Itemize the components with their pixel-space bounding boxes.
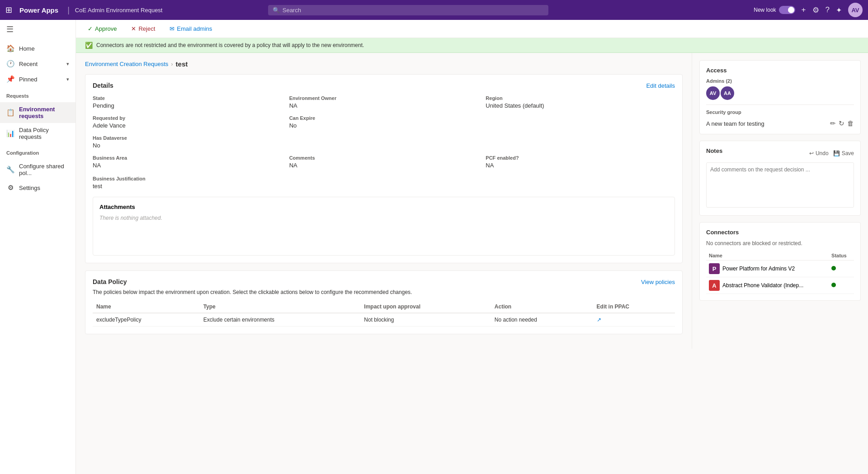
policy-col-edit: Edit in PPAC <box>593 301 675 313</box>
pcf-enabled-label: PCF enabled? <box>486 155 675 161</box>
sidebar-label-home: Home <box>19 45 35 52</box>
data-policy-card: Data Policy View policies The policies b… <box>85 270 683 334</box>
requests-section-header: Requests <box>0 89 75 100</box>
state-value: Pending <box>93 102 282 109</box>
requested-by-label: Requested by <box>93 115 282 121</box>
undo-button[interactable]: ↩ Undo <box>809 150 829 156</box>
security-group-label: Security group <box>706 109 854 115</box>
policy-impact: Not blocking <box>360 313 491 327</box>
notes-header: Notes ↩ Undo 💾 Save <box>706 147 854 159</box>
notes-textarea[interactable] <box>706 162 854 208</box>
connector-status-cell <box>829 261 854 277</box>
copilot-icon[interactable]: ✦ <box>836 6 842 14</box>
comments-value: NA <box>289 162 479 169</box>
requests-section: 📋 Environment requests 📊 Data Policy req… <box>0 100 75 146</box>
edit-security-icon[interactable]: ✏ <box>830 119 836 128</box>
reject-button[interactable]: ✕ Reject <box>128 24 158 34</box>
sidebar-item-recent[interactable]: 🕐 Recent ▾ <box>0 56 75 71</box>
nav-page-title: CoE Admin Environment Request <box>75 7 163 14</box>
avatar[interactable]: AV <box>848 3 863 17</box>
undo-label: Undo <box>816 150 829 156</box>
connector-table-row: A Abstract Phone Validator (Indep... <box>706 277 854 294</box>
layout: ☰ 🏠 Home 🕐 Recent ▾ 📌 Pinned ▾ Requests … <box>0 20 868 474</box>
view-policies-link[interactable]: View policies <box>641 279 675 285</box>
connectors-status: No connectors are blocked or restricted. <box>706 240 854 246</box>
pinned-chevron: ▾ <box>66 76 69 82</box>
reject-x-icon: ✕ <box>131 25 136 32</box>
sidebar-item-env-requests[interactable]: 📋 Environment requests <box>0 102 75 123</box>
email-admins-button[interactable]: ✉ Email admins <box>167 24 215 34</box>
env-owner-field: Environment Owner NA <box>289 95 479 109</box>
config-section-header: Configuration <box>0 146 75 157</box>
data-policy-title: Data Policy <box>93 278 127 285</box>
details-title: Details <box>93 82 113 89</box>
main-content: ✓ Approve ✕ Reject ✉ Email admins ✅ Conn… <box>76 20 868 474</box>
can-expire-label: Can Expire <box>289 115 479 121</box>
policy-table-row: excludeTypePolicy Exclude certain enviro… <box>93 313 675 327</box>
settings-icon[interactable]: ⚙ <box>812 5 819 15</box>
sidebar-toggle[interactable]: ☰ <box>0 20 75 39</box>
breadcrumb-parent[interactable]: Environment Creation Requests <box>85 61 168 67</box>
top-nav: ⊞ Power Apps | CoE Admin Environment Req… <box>0 0 868 20</box>
business-justification-section: Business Justification test <box>93 176 675 190</box>
banner-text: Connectors are not restricted and the en… <box>96 42 364 48</box>
new-look-switch[interactable] <box>779 6 795 14</box>
business-area-label: Business Area <box>93 155 282 161</box>
policy-description: The policies below impact the environmen… <box>93 289 675 295</box>
sidebar-item-data-policy-requests[interactable]: 📊 Data Policy requests <box>0 123 75 144</box>
policy-edit[interactable]: ↗ <box>593 313 675 327</box>
settings-sidebar-icon: ⚙ <box>6 184 14 192</box>
state-field: State Pending <box>93 95 282 109</box>
sidebar-item-configure-shared[interactable]: 🔧 Configure shared pol... <box>0 159 75 180</box>
region-value: United States (default) <box>486 102 675 109</box>
email-label: Email admins <box>177 25 212 32</box>
access-title: Access <box>706 67 854 74</box>
sidebar-item-settings[interactable]: ⚙ Settings <box>0 180 75 195</box>
sidebar-item-home[interactable]: 🏠 Home <box>0 41 75 56</box>
refresh-security-icon[interactable]: ↻ <box>839 119 844 128</box>
attachments-title: Attachments <box>99 204 668 210</box>
edit-details-link[interactable]: Edit details <box>646 82 675 89</box>
sidebar-item-pinned[interactable]: 📌 Pinned ▾ <box>0 71 75 87</box>
search-input[interactable] <box>283 7 544 14</box>
connector-name: Power Platform for Admins V2 <box>722 265 795 272</box>
approve-button[interactable]: ✓ Approve <box>85 24 119 34</box>
connector-status-cell <box>829 277 854 294</box>
action-bar: ✓ Approve ✕ Reject ✉ Email admins <box>76 20 868 38</box>
connector-col-name: Name <box>706 251 829 261</box>
connector-name-cell: A Abstract Phone Validator (Indep... <box>706 277 829 294</box>
policy-col-impact: Impact upon approval <box>360 301 491 313</box>
security-group-row: A new team for testing ✏ ↻ 🗑 <box>706 119 854 128</box>
save-icon: 💾 <box>833 150 840 156</box>
admin-avatar-av[interactable]: AV <box>706 86 720 100</box>
env-requests-icon: 📋 <box>6 109 14 117</box>
region-label: Region <box>486 95 675 101</box>
pcf-enabled-value: NA <box>486 162 675 169</box>
new-look-label: New look <box>754 7 776 13</box>
waffle-icon[interactable]: ⊞ <box>5 5 12 15</box>
notes-title: Notes <box>706 147 722 154</box>
sidebar-label-data-policy: Data Policy requests <box>19 127 69 140</box>
add-icon[interactable]: + <box>802 5 806 14</box>
connector-status-dot <box>831 283 836 287</box>
top-nav-right: New look + ⚙ ? ✦ AV <box>754 3 863 17</box>
details-grid-row3: Has Dataverse No <box>93 135 675 149</box>
admin-avatar-aa[interactable]: AA <box>721 86 734 100</box>
policy-type: Exclude certain environments <box>200 313 361 327</box>
sidebar-label-configure: Configure shared pol... <box>19 163 69 176</box>
save-button[interactable]: 💾 Save <box>833 150 854 156</box>
home-icon: 🏠 <box>6 44 14 52</box>
configure-icon: 🔧 <box>6 166 14 174</box>
sidebar-label-recent: Recent <box>19 61 38 67</box>
policy-col-name: Name <box>93 301 200 313</box>
help-icon[interactable]: ? <box>826 5 830 14</box>
has-dataverse-field: Has Dataverse No <box>93 135 282 149</box>
can-expire-field: Can Expire No <box>289 115 479 129</box>
new-look-toggle: New look <box>754 6 795 14</box>
requested-by-field: Requested by Adele Vance <box>93 115 282 129</box>
policy-col-action: Action <box>491 301 593 313</box>
delete-security-icon[interactable]: 🗑 <box>847 119 854 128</box>
info-check-icon: ✅ <box>85 42 93 49</box>
recent-chevron: ▾ <box>66 61 69 67</box>
has-dataverse-label: Has Dataverse <box>93 135 282 141</box>
